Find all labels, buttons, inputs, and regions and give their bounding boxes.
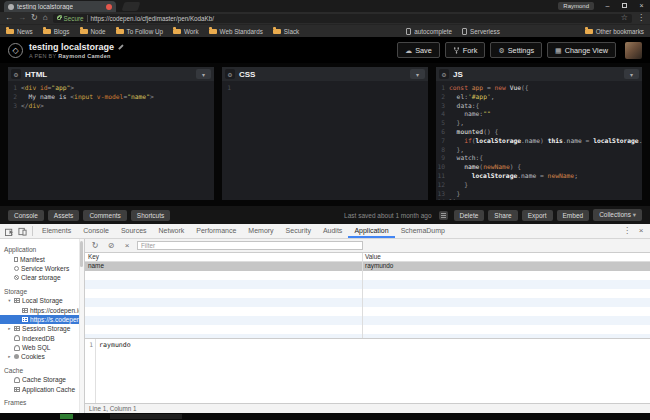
sidebar-item[interactable]: https://codepen.io [0, 305, 84, 314]
bookmark-star-icon[interactable] [621, 14, 628, 22]
bookmark-folder[interactable]: Slack [273, 28, 299, 35]
change-view-button[interactable]: Change View [547, 42, 616, 58]
devtools-menu-icon[interactable] [621, 227, 633, 235]
collapse-panel-icon[interactable] [196, 69, 211, 79]
preview-value-text[interactable]: raymundo [96, 339, 131, 403]
bookmark-folder[interactable]: Web Standards [209, 28, 263, 35]
bookmark-favicon-icon[interactable] [319, 28, 326, 35]
bookmark-folder[interactable]: To Follow Up [116, 28, 163, 35]
settings-button[interactable]: Settings [490, 42, 542, 58]
devtools-tab[interactable]: Console [77, 224, 115, 238]
bookmark-folder[interactable]: Blogs [43, 28, 70, 35]
footer-button[interactable]: Collections [593, 209, 642, 221]
sidebar-item[interactable]: Application [0, 245, 84, 254]
bookmark-page[interactable]: autocomplete [406, 28, 452, 35]
devtools-tab[interactable]: SchemaDump [395, 224, 451, 238]
sidebar-item[interactable]: Frames [0, 398, 84, 407]
sidebar-item[interactable]: Cache [0, 366, 84, 375]
editor-gear-icon[interactable] [439, 69, 449, 79]
table-row[interactable]: name raymundo [85, 262, 650, 271]
devtools-tab[interactable]: Elements [36, 224, 77, 238]
delete-selected-icon[interactable] [121, 242, 133, 250]
collapse-panel-icon[interactable] [410, 69, 425, 79]
bookmark-favicon-icon[interactable] [355, 28, 362, 35]
sidebar-item[interactable]: IndexedDB [0, 334, 84, 343]
browser-menu-icon[interactable] [637, 14, 645, 22]
editor-gear-icon[interactable] [11, 69, 21, 79]
devtools-tab[interactable]: Security [280, 224, 317, 238]
tree-arrow-icon[interactable]: ▾ [7, 298, 12, 303]
footer-button[interactable]: Comments [83, 210, 126, 221]
devtools-close-icon[interactable] [635, 227, 647, 235]
bookmark-folder[interactable]: News [6, 28, 33, 35]
forward-icon[interactable] [18, 14, 26, 22]
browser-tab[interactable]: testing localstorage [4, 1, 116, 12]
sidebar-item[interactable]: Clear storage [0, 273, 84, 282]
devtools-tab[interactable]: Performance [190, 224, 242, 238]
sidebar-item[interactable]: ▾ Local Storage [0, 296, 84, 305]
bookmark-favicon-icon[interactable] [331, 28, 338, 35]
sidebar-item[interactable]: Application Cache [0, 384, 84, 393]
value-column-header[interactable]: Value [362, 253, 650, 261]
window-minimize-icon[interactable] [601, 1, 614, 10]
pen-author[interactable]: Raymond Camden [58, 53, 111, 59]
footer-button[interactable]: Delete [454, 210, 485, 221]
codepen-logo-icon[interactable] [8, 43, 23, 58]
js-code-editor[interactable]: 1const app = new Vue({2 el:'#app',3 data… [436, 81, 642, 200]
sidebar-item[interactable]: ▸ Cookies [0, 352, 84, 361]
css-code-editor[interactable]: 1 [222, 81, 428, 200]
devtools-tab[interactable]: Memory [242, 224, 279, 238]
browser-profile-chip[interactable]: Raymond [558, 2, 594, 10]
footer-button[interactable]: Assets [48, 210, 80, 221]
omnibox[interactable]: Secure https://codepen.io/cfjedimaster/p… [53, 14, 632, 23]
footer-button[interactable]: Export [522, 210, 553, 221]
clear-all-icon[interactable] [105, 242, 117, 250]
url-text[interactable]: https://codepen.io/cfjedimaster/pen/Koda… [91, 15, 215, 22]
empty-rows-stripes[interactable] [85, 271, 650, 338]
column-divider[interactable] [362, 253, 363, 338]
reload-icon[interactable] [31, 14, 38, 22]
changelog-icon[interactable] [439, 211, 448, 220]
footer-button[interactable]: Share [488, 210, 517, 221]
bookmark-folder[interactable]: Node [80, 28, 106, 35]
sidebar-item[interactable]: Cache Storage [0, 375, 84, 384]
bookmark-page[interactable]: Serverless [462, 28, 500, 35]
tree-arrow-icon[interactable]: ▸ [7, 326, 12, 331]
sidebar-item[interactable]: ▸ Session Storage [0, 324, 84, 333]
filter-input[interactable] [137, 241, 363, 250]
sidebar-scrollbar[interactable] [79, 239, 84, 413]
sidebar-item[interactable]: Web SQL [0, 343, 84, 352]
sidebar-item[interactable]: Storage [0, 287, 84, 296]
key-column-header[interactable]: Key [85, 253, 362, 261]
bookmark-favicon-icon[interactable] [379, 28, 386, 35]
other-bookmarks[interactable]: Other bookmarks [585, 28, 644, 35]
new-tab-button[interactable] [122, 2, 141, 11]
refresh-icon[interactable] [89, 242, 101, 250]
home-icon[interactable] [43, 14, 48, 22]
back-icon[interactable] [5, 14, 13, 22]
bookmark-favicon-icon[interactable] [343, 28, 350, 35]
devtools-tab[interactable]: Application [348, 224, 394, 238]
editor-gear-icon[interactable] [225, 69, 235, 79]
devtools-tab[interactable]: Sources [115, 224, 153, 238]
footer-button[interactable]: Shortcuts [131, 210, 170, 221]
devtools-tab[interactable]: Audits [317, 224, 348, 238]
footer-button[interactable]: Embed [557, 210, 590, 221]
tab-close-icon[interactable] [106, 4, 112, 10]
device-toolbar-icon[interactable] [16, 227, 29, 236]
save-button[interactable]: Save [397, 42, 440, 58]
inspect-element-icon[interactable] [3, 227, 16, 236]
html-code-editor[interactable]: 1<div id="app">2 My name is <input v-mod… [8, 81, 214, 200]
window-restore-icon[interactable] [622, 3, 627, 8]
bookmark-favicon-icon[interactable] [367, 28, 374, 35]
fork-button[interactable]: Fork [445, 42, 486, 58]
sidebar-item[interactable]: https://s.codepen.io [0, 315, 84, 324]
collapse-panel-icon[interactable] [624, 69, 639, 79]
window-close-icon[interactable] [635, 1, 648, 10]
sidebar-item[interactable]: Service Workers [0, 264, 84, 273]
edit-pencil-icon[interactable] [118, 44, 124, 50]
sidebar-item[interactable]: Manifest [0, 254, 84, 263]
user-avatar[interactable] [625, 42, 642, 59]
bookmark-folder[interactable]: Work [173, 28, 199, 35]
scrollbar-thumb[interactable] [80, 241, 83, 267]
